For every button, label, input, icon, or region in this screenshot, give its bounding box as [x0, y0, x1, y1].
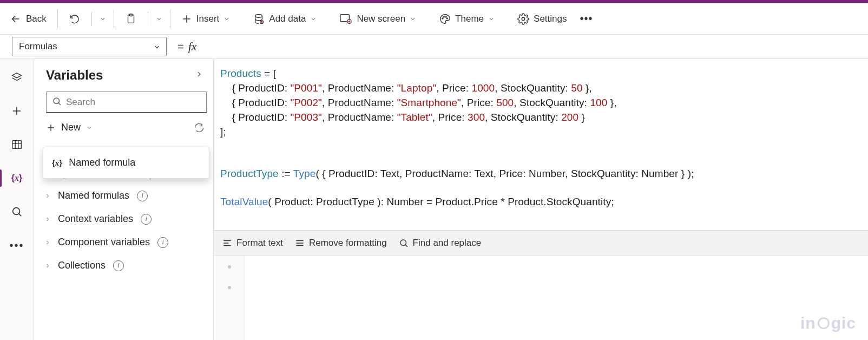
paste-icon — [125, 13, 137, 25]
add-data-button[interactable]: Add data — [247, 10, 322, 28]
new-dropdown-popover: {x} Named formula — [43, 147, 209, 179]
formula-editor[interactable]: Products = [ { ProductID: "P001", Produc… — [214, 59, 868, 231]
rail-search[interactable] — [6, 201, 28, 223]
format-text-button[interactable]: Format text — [222, 238, 283, 249]
collapse-panel-button[interactable] — [195, 70, 203, 81]
svg-point-2 — [255, 14, 262, 17]
chevron-down-icon — [153, 43, 160, 50]
formula-bar: Formulas = fx — [0, 35, 868, 59]
paste-button[interactable] — [120, 10, 142, 28]
plus-icon — [181, 14, 192, 24]
chevron-down-icon — [310, 16, 317, 22]
canvas-ruler — [214, 256, 245, 340]
chevron-right-icon — [44, 193, 51, 199]
settings-label: Settings — [534, 14, 567, 24]
popover-named-formula[interactable]: {x} Named formula — [43, 153, 209, 173]
new-screen-label: New screen — [357, 14, 405, 24]
svg-point-14 — [400, 240, 406, 246]
data-icon — [253, 13, 265, 25]
chevron-down-icon — [100, 16, 106, 22]
new-screen-button[interactable]: New screen — [334, 10, 422, 28]
panel-title: Variables — [46, 68, 103, 83]
theme-label: Theme — [455, 14, 484, 24]
canvas-area: ingic — [214, 256, 868, 340]
info-icon[interactable]: i — [141, 214, 152, 225]
canvas[interactable]: ingic — [245, 256, 868, 340]
watermark: ingic — [800, 314, 856, 332]
svg-point-13 — [54, 98, 60, 104]
variables-panel: Variables New {x} Named formul — [34, 59, 214, 340]
info-icon[interactable]: i — [137, 191, 148, 201]
separator — [148, 12, 148, 26]
left-rail: {x} ••• — [0, 59, 34, 340]
gear-icon — [517, 13, 529, 25]
separator — [91, 12, 92, 26]
search-icon — [52, 96, 62, 108]
search-input[interactable] — [66, 97, 201, 108]
remove-formatting-button[interactable]: Remove formatting — [295, 238, 387, 249]
rail-data[interactable] — [6, 134, 28, 155]
svg-point-9 — [446, 17, 448, 18]
back-label: Back — [26, 14, 47, 24]
editor-area: Products = [ { ProductID: "P001", Produc… — [214, 59, 868, 340]
palette-icon — [439, 13, 451, 25]
section-context-variables[interactable]: Context variables i — [44, 211, 207, 227]
find-replace-button[interactable]: Find and replace — [399, 238, 482, 249]
chevron-right-icon — [44, 216, 51, 223]
info-icon[interactable]: i — [113, 260, 124, 271]
new-label: New — [61, 122, 81, 133]
paste-dropdown[interactable] — [154, 12, 165, 25]
undo-button[interactable] — [63, 10, 86, 28]
separator — [170, 10, 170, 28]
rail-variables[interactable]: {x} — [6, 167, 28, 189]
info-icon[interactable]: i — [157, 237, 168, 248]
new-screen-icon — [339, 13, 352, 25]
arrow-left-icon — [10, 13, 22, 25]
separator — [114, 10, 114, 28]
svg-point-7 — [443, 16, 444, 17]
insert-button[interactable]: Insert — [176, 10, 236, 28]
svg-point-12 — [13, 208, 20, 215]
svg-point-6 — [442, 17, 443, 18]
formula-prefix: = fx — [177, 40, 197, 54]
more-button[interactable]: ••• — [575, 12, 599, 25]
rail-insert[interactable] — [6, 100, 28, 122]
svg-point-10 — [522, 17, 525, 21]
property-selector-value: Formulas — [19, 41, 57, 52]
separator — [57, 10, 58, 28]
undo-icon — [69, 13, 81, 25]
property-selector[interactable]: Formulas — [12, 37, 167, 56]
theme-button[interactable]: Theme — [433, 10, 500, 28]
insert-label: Insert — [196, 14, 220, 24]
chevron-down-icon — [156, 16, 162, 22]
command-bar: Back Insert Add da — [0, 3, 868, 35]
main-area: {x} ••• Variables New — [0, 59, 868, 340]
refresh-button[interactable] — [194, 122, 206, 133]
section-named-formulas[interactable]: Named formulas i — [44, 188, 207, 204]
svg-point-8 — [445, 16, 446, 17]
rail-more[interactable]: ••• — [6, 234, 28, 256]
chevron-down-icon — [410, 16, 416, 22]
svg-rect-11 — [12, 141, 22, 149]
popover-item-label: Named formula — [69, 157, 135, 168]
chevron-right-icon — [44, 263, 51, 269]
add-data-label: Add data — [269, 14, 306, 24]
chevron-down-icon — [223, 16, 230, 22]
fx-icon: fx — [188, 40, 197, 54]
new-button[interactable]: New — [46, 122, 93, 133]
editor-toolbar: Format text Remove formatting Find and r… — [214, 231, 868, 256]
back-button[interactable]: Back — [4, 10, 52, 28]
section-collections[interactable]: Collections i — [44, 258, 207, 273]
chevron-right-icon — [44, 239, 51, 246]
equals-sign: = — [177, 41, 184, 53]
undo-dropdown[interactable] — [97, 12, 108, 25]
section-component-variables[interactable]: Component variables i — [44, 234, 207, 250]
sections-tree: Named formulas i Context variables i Com… — [34, 185, 213, 273]
search-input-wrap[interactable] — [46, 91, 207, 113]
chevron-down-icon — [488, 16, 495, 22]
settings-button[interactable]: Settings — [512, 10, 572, 28]
rail-tree-view[interactable] — [6, 67, 28, 88]
